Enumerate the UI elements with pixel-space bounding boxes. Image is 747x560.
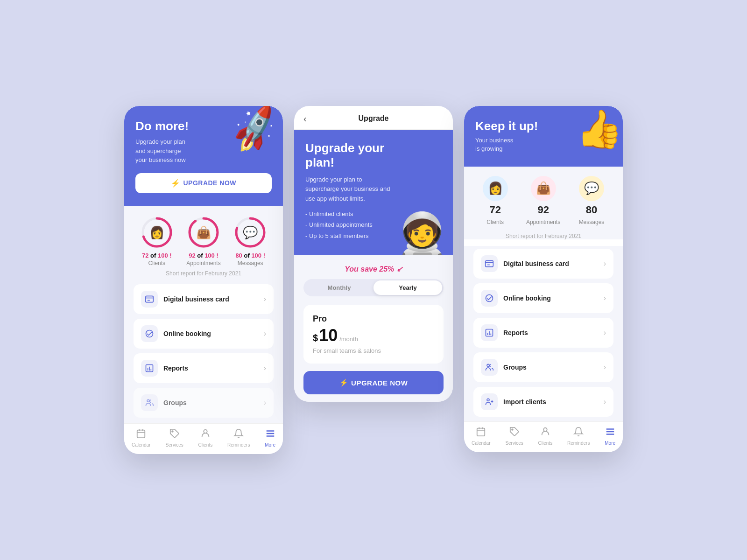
phone3-nav-services[interactable]: Services bbox=[505, 427, 523, 446]
billing-toggle[interactable]: Monthly Yearly bbox=[303, 279, 444, 296]
svg-rect-24 bbox=[486, 260, 493, 266]
clients-nav-icon bbox=[200, 428, 211, 441]
rocket-icon: 🚀 bbox=[227, 106, 282, 154]
phone3-menu-groups[interactable]: Groups › bbox=[473, 352, 613, 382]
plan-name: Pro bbox=[313, 314, 434, 324]
calendar-icon bbox=[136, 428, 146, 441]
services-icon-3 bbox=[509, 427, 520, 439]
more-icon bbox=[265, 428, 275, 441]
thumbsup-icon: 👍 bbox=[576, 111, 623, 148]
nav-reminders[interactable]: Reminders bbox=[227, 428, 250, 448]
chevron-icon: › bbox=[264, 399, 266, 407]
screens-container: Do more! Upgrade your plan and superchar… bbox=[124, 106, 623, 454]
stat-clients: 👩 72 of 100 ! Clients bbox=[140, 216, 174, 266]
svg-rect-6 bbox=[146, 296, 154, 302]
lightning-icon: ⚡ bbox=[171, 179, 181, 188]
chevron-icon: › bbox=[604, 363, 606, 371]
stat-clients-circle: 👩 bbox=[140, 216, 174, 249]
phone3-menu-online-booking[interactable]: Online booking › bbox=[473, 283, 613, 313]
phone1-bottom-nav: Calendar Services Clients Reminders bbox=[124, 423, 283, 454]
phone3-nav-calendar[interactable]: Calendar bbox=[472, 427, 491, 446]
svg-rect-15 bbox=[137, 430, 145, 438]
hero-character-icon: 🧑‍🚀 bbox=[396, 213, 448, 255]
svg-rect-36 bbox=[477, 428, 485, 436]
phone2-topbar: ‹ Upgrade bbox=[294, 106, 453, 130]
chevron-icon: › bbox=[264, 364, 266, 372]
phone1-menu-list: Digital business card › Online booking › bbox=[134, 284, 274, 418]
phone1-body: 👩 72 of 100 ! Clients bbox=[124, 206, 283, 423]
svg-point-41 bbox=[543, 427, 547, 431]
billing-yearly[interactable]: Yearly bbox=[374, 280, 442, 295]
nav-calendar[interactable]: Calendar bbox=[132, 428, 151, 448]
plan-desc: For small teams & salons bbox=[313, 347, 434, 354]
svg-point-20 bbox=[204, 430, 207, 433]
phone2-hero-title: Upgrade your plan! bbox=[305, 141, 389, 170]
nav-clients[interactable]: Clients bbox=[198, 428, 213, 448]
phone3-stat-clients: 👩 72 Clients bbox=[483, 176, 508, 225]
phone3-booking-icon bbox=[481, 290, 498, 307]
chevron-icon: › bbox=[264, 329, 266, 338]
phone3-stat-messages: 💬 80 Messages bbox=[579, 176, 605, 225]
phone3-nav-more[interactable]: More bbox=[605, 427, 615, 446]
clients-nav-icon-3 bbox=[540, 427, 550, 439]
phone3-stats: 👩 72 Clients 👜 92 Appointments 💬 80 Mess… bbox=[464, 167, 623, 233]
phone3-menu-reports[interactable]: Reports › bbox=[473, 318, 613, 348]
svg-point-19 bbox=[172, 431, 173, 432]
calendar-icon-3 bbox=[476, 427, 486, 439]
nav-services[interactable]: Services bbox=[165, 428, 183, 448]
phone3-nav-clients[interactable]: Clients bbox=[538, 427, 553, 446]
phone-3: Keep it up! Your businessis growing 👍 👩 … bbox=[464, 106, 623, 452]
menu-item-reports[interactable]: Reports › bbox=[134, 353, 274, 383]
phone3-menu-digital-card[interactable]: Digital business card › bbox=[473, 249, 613, 279]
svg-point-14 bbox=[147, 399, 149, 402]
phone3-groups-icon bbox=[481, 359, 498, 376]
phone3-digital-card-icon bbox=[481, 255, 498, 272]
appointments-avatar: 👜 bbox=[531, 176, 556, 201]
chevron-icon: › bbox=[604, 398, 606, 406]
reminders-icon bbox=[233, 428, 244, 441]
clients-avatar: 👩 bbox=[483, 176, 508, 201]
svg-point-40 bbox=[512, 429, 513, 430]
phone2-hero-desc: Upgrade your plan to supercharge your bu… bbox=[305, 175, 394, 204]
svg-point-27 bbox=[486, 294, 493, 301]
chevron-icon: › bbox=[264, 295, 266, 303]
digital-card-icon bbox=[141, 291, 158, 308]
chevron-icon: › bbox=[604, 294, 606, 302]
menu-item-online-booking[interactable]: Online booking › bbox=[134, 319, 274, 349]
clients-avatar-icon: 👩 bbox=[149, 225, 164, 239]
phone3-import-icon bbox=[481, 393, 498, 410]
back-button[interactable]: ‹ bbox=[303, 113, 307, 124]
phone-2: ‹ Upgrade Upgrade your plan! Upgrade you… bbox=[294, 106, 453, 402]
stat-appointments-circle: 👜 bbox=[187, 216, 220, 249]
stat-messages: 💬 80 of 100 ! Messages bbox=[233, 216, 267, 266]
save-badge: You save 25% bbox=[303, 265, 444, 273]
billing-monthly[interactable]: Monthly bbox=[305, 280, 374, 295]
phone3-bottom-nav: Calendar Services Clients Reminders bbox=[464, 421, 623, 452]
stat-messages-circle: 💬 bbox=[233, 216, 267, 249]
svg-point-33 bbox=[487, 399, 489, 401]
phone1-report-date: Short report for February 2021 bbox=[134, 270, 274, 277]
phone2-hero: Upgrade your plan! Upgrade your plan to … bbox=[294, 130, 453, 255]
phone3-menu-import-clients[interactable]: Import clients › bbox=[473, 387, 613, 417]
menu-item-groups[interactable]: Groups › bbox=[134, 388, 274, 418]
phone-1: Do more! Upgrade your plan and superchar… bbox=[124, 106, 283, 454]
phone3-menu-list: Digital business card › Online booking › bbox=[464, 249, 623, 421]
appointments-icon: 👜 bbox=[196, 225, 211, 239]
messages-icon: 💬 bbox=[243, 225, 258, 239]
phone1-upgrade-button[interactable]: ⚡ UPGRADE NOW bbox=[135, 173, 272, 193]
groups-icon bbox=[141, 394, 158, 411]
nav-more[interactable]: More bbox=[265, 428, 275, 448]
phone2-upgrade-button[interactable]: ⚡ UPGRADE NOW bbox=[303, 371, 444, 394]
messages-avatar: 💬 bbox=[579, 176, 604, 201]
phone3-nav-reminders[interactable]: Reminders bbox=[567, 427, 590, 446]
stat-appointments: 👜 92 of 100 ! Appointments bbox=[186, 216, 220, 266]
services-icon bbox=[169, 428, 180, 441]
reports-icon bbox=[141, 360, 158, 377]
phone1-stats-row: 👩 72 of 100 ! Clients bbox=[134, 216, 274, 266]
phone3-reports-icon bbox=[481, 324, 498, 341]
chevron-icon: › bbox=[604, 259, 606, 268]
chevron-icon: › bbox=[604, 329, 606, 337]
phone1-subtitle: Upgrade your plan and supercharge your b… bbox=[135, 137, 210, 165]
menu-item-digital-card[interactable]: Digital business card › bbox=[134, 284, 274, 314]
phone3-report-date: Short report for February 2021 bbox=[464, 233, 623, 239]
